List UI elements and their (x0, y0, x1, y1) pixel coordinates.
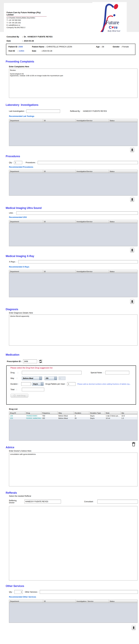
drug-warning-text: Please select the Drug from Drug suggess… (10, 367, 134, 369)
lab-table-body (9, 122, 137, 146)
refresh-prescription-button[interactable] (38, 359, 42, 364)
frequency-select-value: OD (46, 377, 48, 380)
procedures-col-investigation[interactable]: Investigation/Service (76, 170, 109, 173)
uss-col-id[interactable]: ID (43, 220, 76, 223)
procedures-clear-button[interactable] (130, 197, 134, 202)
procedures-table-body (9, 173, 137, 196)
prescription-id-label: Prescription ID : (7, 360, 22, 362)
other-col-status[interactable]: Status (109, 600, 137, 603)
procedures-col-status[interactable]: Status (109, 170, 137, 173)
refferals-list-box[interactable] (9, 506, 138, 580)
drug-input[interactable] (22, 371, 82, 374)
xray-clear-button[interactable] (130, 299, 134, 304)
age-value: 38 (102, 46, 104, 48)
drug-col-qty[interactable]: Qty (120, 412, 137, 414)
reffering-doctor-input[interactable] (24, 500, 61, 504)
logo-care-c: C (109, 25, 112, 30)
letterhead: Future Care by Future Holdings (Pty) Lim… (4, 3, 127, 32)
drug-col-duration-type[interactable]: Duration Type (89, 412, 105, 414)
procedures-input[interactable] (38, 161, 138, 164)
lab-clear-button[interactable] (130, 147, 134, 152)
drug-col-drug[interactable]: Drug (25, 412, 42, 414)
patient-row-2: Visit ID : 11954 Date : 2024-03-28 (8, 50, 133, 52)
total-label: Total : (10, 388, 22, 390)
consultant-input[interactable] (97, 500, 138, 504)
refferals-heading: Refferals (6, 491, 138, 494)
lab-col-department[interactable]: Department (9, 119, 43, 122)
section-other-services: Other Services Qty : Other Services : Re… (6, 584, 138, 630)
procedures-col-department[interactable]: Department (9, 170, 43, 173)
chevron-down-icon: ▼ (41, 382, 43, 386)
svg-text:C♥re: C♥re (109, 25, 118, 30)
other-services-input[interactable] (40, 590, 138, 594)
frequency-select[interactable]: OD▼ (44, 376, 57, 380)
consulted-by-label: Consulted By (6, 36, 22, 38)
advice-textarea[interactable]: consultation with gynecobstetricia (9, 452, 138, 486)
procedures-table-header: Department ID Investigation/Service Stat… (9, 170, 137, 173)
duration-label: Duration : (10, 383, 21, 385)
patient-name-value: CHRISTELLE PRISCA LEON (47, 46, 72, 48)
diagnosis-label: Enter Diagnosis Details Here (9, 312, 138, 314)
procedures-col-id[interactable]: ID (43, 170, 76, 173)
drug-row[interactable]: 135 TRANEXAMIC TID Before Meal 3 Day/s 1… (9, 415, 137, 417)
procedures-qty-input[interactable] (14, 161, 22, 164)
way-label: Way : (10, 377, 22, 380)
other-col-id[interactable]: ID (43, 600, 76, 603)
reffering-doctor-label: Reffering Doctor (9, 500, 22, 504)
other-col-investigation[interactable]: Investigation / Service (76, 600, 109, 603)
recommended-uss-link[interactable]: Recommended USS (9, 216, 27, 218)
recommended-procedures-link[interactable]: Recommended Procedures (9, 166, 33, 168)
diagnosis-textarea[interactable]: Uterine fibroid apparently (9, 314, 138, 346)
complaints-textarea[interactable]: Review Gynecological US hypoechoic, nodu… (9, 68, 138, 98)
other-qty-input[interactable] (14, 590, 23, 594)
logo-graphic: Future C♥re Body Mind Soul (92, 2, 127, 32)
xrays-input[interactable] (18, 260, 138, 264)
consult-block: Consulted By: Dr. HANECKY FUENTE REYES D… (6, 36, 52, 44)
per-meal-input[interactable] (67, 382, 76, 386)
special-notes-input[interactable] (105, 371, 129, 374)
lab-col-investigation[interactable]: Investigation/Service (76, 119, 109, 122)
section-refferals: Refferals Select the needed Refferal Ref… (6, 491, 138, 580)
drug-col-way[interactable]: Way (58, 412, 74, 414)
other-col-department[interactable]: Department (9, 600, 43, 603)
uss-col-investigation[interactable]: Investigation/Service (76, 220, 109, 223)
lab-col-id[interactable]: ID (43, 119, 76, 122)
xray-heading: Medical Imaging X-Ray (6, 254, 138, 258)
lab-col-status[interactable]: Status (109, 119, 137, 122)
uss-table-header: Department ID Investigation/Service Stat… (9, 220, 137, 223)
other-qty-label: Qty : (9, 591, 13, 593)
uss-col-department[interactable]: Department (9, 220, 43, 223)
patient-info-bar: Patient ID :3566 Patient Name : CHRISTEL… (6, 44, 136, 55)
uss-input[interactable] (16, 212, 138, 215)
add-drug-button[interactable]: + Add Drug (10, 394, 28, 398)
consultation-report-page: Future Care by Future Holdings (Pty) Lim… (0, 0, 139, 644)
trash-icon (131, 248, 133, 252)
drug-row[interactable]: 229 FERRIC AMMONIU OD Before Meal 20 Day… (9, 417, 137, 420)
trash-icon (132, 626, 135, 629)
xray-col-department[interactable]: Department (9, 270, 43, 273)
recommended-lab-testings-link[interactable]: Recommended Lab Testings (9, 115, 34, 117)
duration-input[interactable] (21, 382, 31, 386)
uss-clear-button[interactable] (130, 248, 134, 252)
presenting-complaints-heading: Presenting Complaints (6, 60, 138, 63)
xray-col-status[interactable]: Status (109, 270, 137, 273)
xray-col-id[interactable]: ID (43, 270, 76, 273)
company-number: Company No.8417652-2 (6, 26, 47, 29)
drug-col-frequency[interactable]: Fequency (42, 412, 58, 414)
way-select[interactable]: Before Meal▼ (22, 376, 42, 380)
other-services-clear-button[interactable] (132, 625, 136, 630)
total-input[interactable] (22, 388, 44, 391)
logo-word-future: Future (106, 20, 119, 26)
prescription-id-input[interactable] (23, 360, 37, 363)
drug-col-id[interactable]: Drug ID (9, 412, 25, 414)
lab-investigation-input[interactable] (26, 110, 60, 113)
recommended-xrays-link[interactable]: Recommended X-Rays (9, 266, 29, 268)
xray-col-investigation[interactable]: Investigation/Service (76, 270, 109, 273)
recommended-other-services-link[interactable]: Recommended Other Services (9, 596, 36, 598)
uss-col-status[interactable]: Status (109, 220, 137, 223)
section-laboratory: Laboratory Investigations Lab Investinga… (6, 104, 138, 152)
drug-col-note[interactable]: Note (105, 412, 120, 414)
drug-col-duration[interactable]: Duration (74, 412, 89, 414)
visit-date-label: Date : (32, 50, 42, 52)
duration-type-select[interactable]: Day/s▼ (32, 382, 44, 386)
